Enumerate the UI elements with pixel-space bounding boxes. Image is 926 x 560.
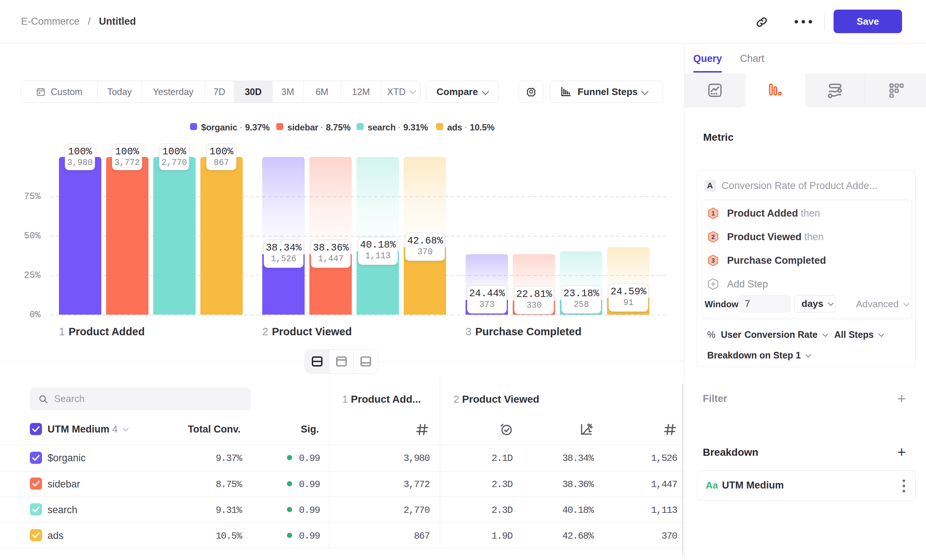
svg-text:3: 3 — [711, 257, 714, 264]
svg-text:1: 1 — [711, 210, 714, 217]
svg-text:2: 2 — [711, 233, 714, 241]
